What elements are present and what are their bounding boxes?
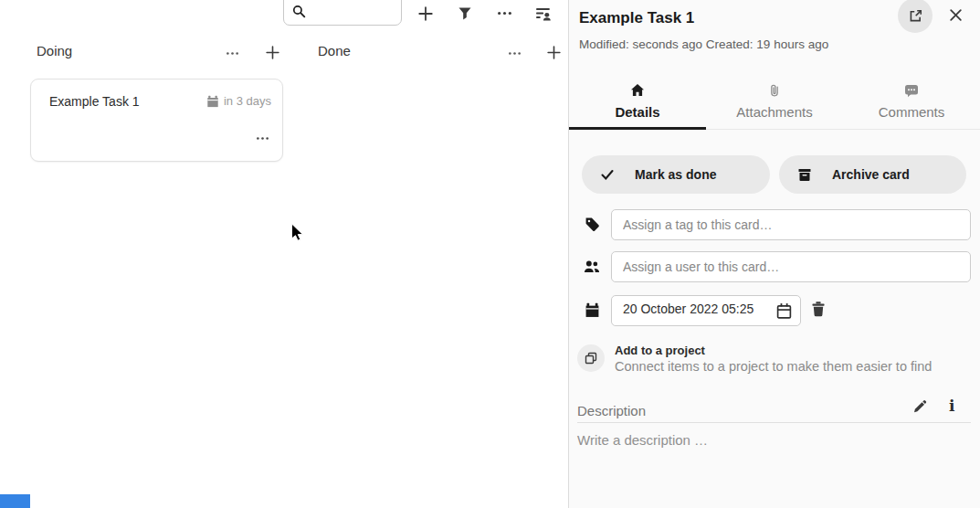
archive-card-label: Archive card xyxy=(832,167,910,182)
more-icon xyxy=(226,47,239,60)
tab-comments[interactable]: Comments xyxy=(843,78,980,129)
plus-icon xyxy=(546,45,562,60)
open-calendar-button[interactable] xyxy=(775,302,793,323)
panel-title: Example Task 1 xyxy=(579,9,694,27)
add-to-project-title: Add to a project xyxy=(615,344,705,357)
calendar-icon xyxy=(585,302,600,318)
add-card-done-button[interactable] xyxy=(542,41,565,63)
description-label: Description xyxy=(577,403,646,418)
add-card-doing-button[interactable] xyxy=(260,41,284,63)
tab-details-label: Details xyxy=(615,104,659,120)
mark-as-done-label: Mark as done xyxy=(635,167,716,182)
card-menu-button[interactable] xyxy=(256,132,269,148)
pencil-icon xyxy=(912,399,927,414)
board-options-button[interactable] xyxy=(531,1,556,26)
tab-attachments[interactable]: Attachments xyxy=(706,78,843,129)
panel-meta: Modified: seconds ago Created: 19 hours … xyxy=(579,37,828,51)
kanban-board: Doing Done Example Task 1 xyxy=(0,0,568,508)
description-divider xyxy=(577,422,971,423)
calendar-icon xyxy=(206,95,219,108)
calendar-outline-icon xyxy=(775,302,793,320)
column-menu-button-doing[interactable] xyxy=(220,42,244,64)
description-info-button[interactable]: i xyxy=(949,397,954,415)
comment-icon xyxy=(904,83,919,98)
filter-icon xyxy=(458,6,472,21)
tag-icon xyxy=(585,217,600,232)
check-icon xyxy=(600,167,615,182)
card-title: Example Task 1 xyxy=(49,94,140,109)
add-card-button[interactable] xyxy=(413,1,438,26)
card-detail-panel: Example Task 1 Modified: seconds ago Cre… xyxy=(569,0,980,508)
more-icon xyxy=(256,132,269,145)
plus-icon xyxy=(417,5,434,22)
search-input[interactable] xyxy=(310,2,395,22)
archive-icon xyxy=(797,167,812,182)
column-menu-button-done[interactable] xyxy=(502,42,526,64)
task-card[interactable]: Example Task 1 in 3 days xyxy=(30,79,283,162)
tab-attachments-label: Attachments xyxy=(736,104,812,120)
accent-corner-fragment xyxy=(0,494,30,508)
trash-icon xyxy=(810,301,827,317)
more-icon xyxy=(508,47,522,60)
filter-button[interactable] xyxy=(452,1,478,26)
home-icon xyxy=(630,83,645,98)
assign-user-input[interactable] xyxy=(611,251,971,282)
panel-tabs: Details Attachments Comments xyxy=(569,78,980,130)
card-due-label: in 3 days xyxy=(224,94,271,108)
paperclip-icon xyxy=(767,83,782,98)
due-date-field[interactable] xyxy=(611,295,801,326)
add-to-project-button[interactable] xyxy=(577,344,605,372)
project-stack-icon xyxy=(584,351,598,365)
board-options-icon xyxy=(535,5,552,22)
close-icon xyxy=(948,7,964,23)
search-box[interactable] xyxy=(283,0,402,26)
card-due-badge: in 3 days xyxy=(206,94,271,108)
remove-due-date-button[interactable] xyxy=(810,301,827,320)
mouse-cursor xyxy=(290,223,304,242)
board-menu-button[interactable] xyxy=(491,1,517,26)
plus-icon xyxy=(265,45,280,60)
column-title-doing: Doing xyxy=(37,43,72,58)
description-placeholder: Write a description … xyxy=(577,432,708,448)
tab-comments-label: Comments xyxy=(879,104,945,120)
open-in-window-button[interactable] xyxy=(898,0,933,33)
more-icon xyxy=(497,5,512,21)
assign-tag-input[interactable] xyxy=(611,209,971,240)
column-title-done: Done xyxy=(318,43,351,58)
close-panel-button[interactable] xyxy=(946,7,964,26)
users-icon xyxy=(584,259,600,275)
search-icon xyxy=(292,5,306,18)
archive-card-button[interactable]: Archive card xyxy=(779,155,966,194)
edit-description-button[interactable] xyxy=(912,399,927,417)
mark-as-done-button[interactable]: Mark as done xyxy=(582,155,770,194)
tab-details[interactable]: Details xyxy=(569,78,706,129)
due-date-input[interactable] xyxy=(623,302,769,316)
add-to-project-subtitle: Connect items to a project to make them … xyxy=(615,359,932,374)
external-link-icon xyxy=(908,8,923,24)
